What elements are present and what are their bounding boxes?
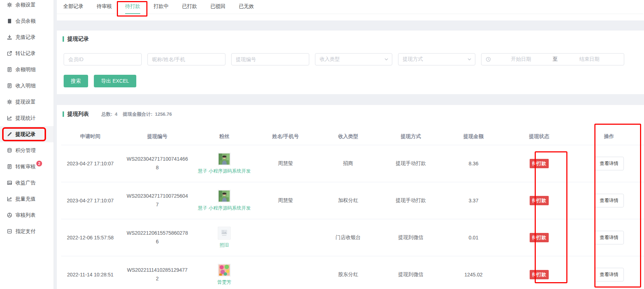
green-accent-bar [63, 36, 64, 42]
sidebar-item-label: 提现设置 [15, 99, 36, 105]
fan-avatar-placeholder[interactable] [218, 227, 230, 239]
member-id-input[interactable] [64, 53, 142, 65]
table-row: 2023-04-27 17:10:07 WS202304271710072560… [61, 182, 644, 219]
col-income-type: 收入类型 [318, 130, 379, 145]
tab-pending-payment[interactable]: 待打款 [125, 3, 140, 14]
col-apply-time: 申请时间 [61, 130, 119, 145]
sidebar-item-revenue-ads[interactable]: 收益广告 [0, 175, 54, 191]
sidebar-menu: 余额设置 会员余额 充值记录 转让记录 余额明细 收入明细 [0, 0, 54, 239]
income-type: 招商 [318, 145, 379, 182]
view-details-button[interactable]: 查看详情 [594, 194, 624, 207]
sidebar-item-withdraw-stats[interactable]: 提现统计 [0, 110, 54, 126]
sidebar-item-review-list[interactable]: 审核列表 [0, 207, 54, 223]
withdrawal-admin-app: 余额设置 会员余额 充值记录 转让记录 余额明细 收入明细 [0, 0, 644, 289]
view-details-button[interactable]: 查看详情 [594, 231, 624, 244]
sidebar-item-label: 批量充值 [15, 196, 36, 202]
sidebar-item-recharge-records[interactable]: 充值记录 [0, 29, 54, 45]
status-badge: 待打款 [530, 159, 549, 168]
amount-sum-value: 1256.76 [155, 111, 172, 117]
withdraw-number: WS20221206155758602786 [126, 229, 188, 246]
view-details-button[interactable]: 查看详情 [594, 157, 624, 170]
tab-paying[interactable]: 打款中 [154, 3, 169, 14]
real-name: 周慧莹 [254, 145, 318, 182]
status-tabs-panel: 全部记录 待审核 待打款 打款中 已打款 已驳回 已无效 [57, 0, 644, 20]
table-header-row: 申请时间 提现编号 粉丝 姓名/手机号 收入类型 提现方式 提现金额 提现状态 … [61, 130, 644, 145]
search-button[interactable]: 搜索 [64, 75, 88, 87]
table-row: 2023-04-27 17:10:07 WS202304271710074146… [61, 145, 644, 182]
withdraw-method-select[interactable]: 提现方式 [398, 53, 475, 65]
apply-time: 2023-04-27 17:10:07 [61, 182, 119, 219]
sidebar-item-batch-recharge[interactable]: 批量充值 [0, 191, 54, 207]
tab-all-records[interactable]: 全部记录 [63, 3, 83, 14]
fan-name-link[interactable]: 慧子 小程序源码系统开发 [198, 205, 251, 211]
fan-name-link[interactable]: 照旧 [220, 242, 229, 248]
coins-icon [6, 148, 12, 153]
list-panel-title: 提现列表 总数: 4 提现金额合计: 1256.76 [61, 111, 644, 118]
status-tabs: 全部记录 待审核 待打款 打款中 已打款 已驳回 已无效 [57, 0, 643, 14]
sidebar-item-designated-payment[interactable]: 指定支付 [0, 223, 54, 239]
income-type-select[interactable]: 收入类型 [315, 53, 392, 65]
sidebar-item-withdraw-records[interactable]: 提现记录 [0, 126, 54, 142]
tab-rejected[interactable]: 已驳回 [210, 3, 225, 14]
minus-square-icon [6, 229, 12, 234]
fan-name-link[interactable]: 曾雯芳 [217, 279, 231, 285]
nickname-name-phone-input[interactable] [147, 53, 225, 65]
table-row: 2022-12-06 15:57:58 WS202212061557586027… [61, 219, 644, 256]
sidebar-item-label: 会员余额 [15, 18, 36, 24]
apply-time: 2022-12-06 15:57:58 [61, 219, 119, 256]
sidebar-item-income-details[interactable]: 收入明细 [0, 78, 54, 94]
fan-avatar[interactable] [218, 153, 230, 165]
fan-avatar[interactable] [218, 190, 230, 202]
tab-invalid[interactable]: 已无效 [239, 3, 254, 14]
chart-line-icon [6, 115, 12, 121]
fan-avatar[interactable] [218, 264, 230, 276]
fan-cell: 慧子 小程序源码系统开发 [197, 190, 252, 211]
document-icon [6, 83, 12, 89]
date-range-picker[interactable]: 开始日期 至 结束日期 [481, 53, 624, 65]
table-row: 2022-11-14 10:28:51 WS202211141028512947… [61, 256, 644, 289]
sidebar-item-label: 提现统计 [15, 115, 36, 121]
download-icon [6, 35, 12, 40]
external-link-icon [6, 51, 12, 56]
chart-line-icon [6, 196, 12, 202]
gear-icon [6, 2, 12, 8]
sidebar-item-label: 余额明细 [15, 66, 36, 73]
main-content: 全部记录 待审核 待打款 打款中 已打款 已驳回 已无效 提现记录 收入类型 [54, 0, 644, 289]
sidebar-item-member-balance[interactable]: 会员余额 [0, 13, 54, 29]
document-icon [6, 67, 12, 73]
sidebar-item-balance-settings[interactable]: 余额设置 [0, 0, 54, 13]
view-details-button[interactable]: 查看详情 [594, 268, 624, 281]
withdraw-method: 提现到微信 [379, 256, 443, 289]
real-name [254, 256, 318, 289]
panel-title-text: 提现列表 [67, 111, 89, 118]
start-date-placeholder: 开始日期 [491, 56, 551, 63]
tab-paid[interactable]: 已打款 [182, 3, 197, 14]
real-name: 周慧莹 [254, 182, 318, 219]
col-actions: 操作 [574, 130, 644, 145]
withdraw-number: WS20221114102851294772 [126, 266, 188, 283]
sidebar-item-withdraw-settings[interactable]: 提现设置 [0, 94, 54, 110]
withdraw-amount: 3.37 [443, 182, 504, 219]
withdraw-method: 提现手动打款 [379, 182, 443, 219]
export-excel-button[interactable]: 导出 EXCEL [94, 75, 136, 87]
withdraw-number-input[interactable] [231, 53, 309, 65]
sidebar-item-transfer-review[interactable]: 转账审核 2 [0, 159, 54, 175]
sidebar-item-label: 充值记录 [15, 34, 36, 41]
sidebar-item-label: 指定支付 [15, 228, 36, 235]
income-type: 门店收银台 [318, 219, 379, 256]
withdraw-amount: 8.36 [443, 145, 504, 182]
tab-pending-review[interactable]: 待审核 [97, 3, 112, 14]
sidebar-item-label: 积分管理 [15, 147, 36, 154]
sidebar-item-label: 提现记录 [15, 131, 36, 138]
search-panel-title: 提现记录 [61, 36, 638, 42]
withdraw-list-panel: 提现列表 总数: 4 提现金额合计: 1256.76 申请时间 提现编号 [57, 105, 644, 289]
sidebar-item-balance-details[interactable]: 余额明细 [0, 61, 54, 78]
withdraw-records-table: 申请时间 提现编号 粉丝 姓名/手机号 收入类型 提现方式 提现金额 提现状态 … [61, 130, 644, 289]
sidebar-item-transfer-records[interactable]: 转让记录 [0, 45, 54, 61]
withdraw-number: WS20230427171007414668 [126, 155, 188, 172]
sidebar-item-label: 余额设置 [15, 2, 36, 8]
sidebar-item-label: 收入明细 [15, 83, 36, 89]
fan-name-link[interactable]: 慧子 小程序源码系统开发 [198, 168, 251, 174]
sidebar-item-points-management[interactable]: 积分管理 [0, 142, 54, 159]
status-badge: 待打款 [530, 233, 549, 242]
